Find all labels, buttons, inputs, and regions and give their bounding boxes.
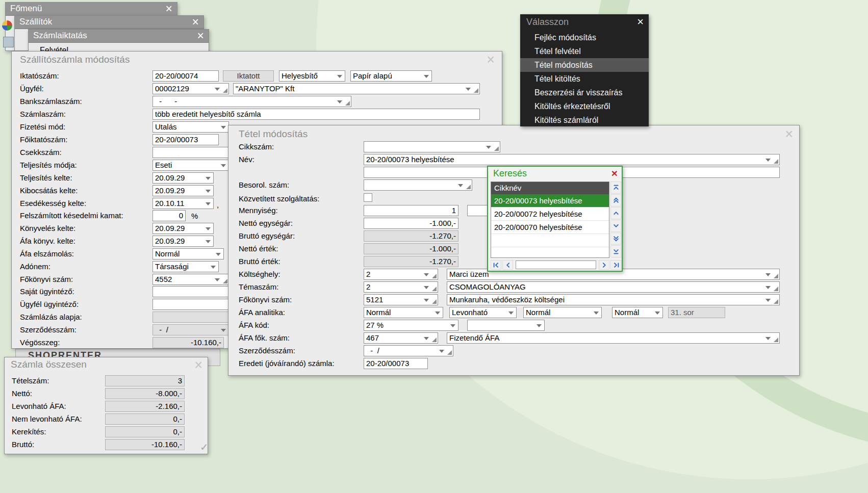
desktop: Főmenü × Szállítók × Számlaiktatás × Fel… xyxy=(0,0,868,493)
page-down-button[interactable] xyxy=(610,232,621,245)
field-kerekites: 0,- xyxy=(105,426,185,437)
tetel-field-cikkszam-dropdown[interactable] xyxy=(364,141,500,152)
tetel-field-temaszam-nev-dropdown[interactable]: CSOMAGOLÓANYAG xyxy=(447,281,780,293)
kereses-column-header[interactable]: Cikknév xyxy=(491,182,609,194)
page-up-button[interactable] xyxy=(610,194,621,206)
field-konyveles-kelte-dropdown[interactable]: 20.09.29 xyxy=(152,223,214,234)
label-szerzodesszam: Szerződésszám: xyxy=(20,325,76,334)
field-szamlaszam[interactable]: több eredetit helyesbítő számla xyxy=(152,109,480,120)
szallitok-close-icon[interactable]: × xyxy=(192,15,199,29)
menu-item-fejlec-modositas[interactable]: Fejléc módosítás xyxy=(520,31,649,44)
pager-position-track[interactable] xyxy=(516,261,596,269)
tetel-afa-kod-dropdown[interactable]: 27 % xyxy=(364,320,458,331)
kereses-row-2[interactable]: 20-20/00070 helyesbítése xyxy=(491,221,609,234)
tetel-checkbox-kozvetitett[interactable] xyxy=(364,193,372,202)
tetel-close-icon[interactable]: × xyxy=(785,128,793,140)
menu-item-beszerzesi-ar-visszairas[interactable]: Beszerzési ár visszaírás xyxy=(520,86,649,99)
tetel-afa-kod-2-dropdown[interactable] xyxy=(467,320,545,331)
tetel-field-besorol-szam-dropdown[interactable] xyxy=(364,179,472,191)
tetel-field-fokonyvi-kod-dropdown[interactable]: 5121 xyxy=(364,294,438,305)
kereses-close-icon[interactable]: × xyxy=(611,167,618,179)
kereses-row-0[interactable]: 20-20/00073 helyesbítése xyxy=(491,194,609,207)
label-nem-levonhato-afa: Nem levonható ÁFA: xyxy=(12,414,82,423)
prev-page-button[interactable] xyxy=(502,260,513,270)
szamlaiktatas-title: Számlaiktatás xyxy=(33,31,87,41)
tetel-field-koltseghely-kod-dropdown[interactable]: 2 xyxy=(364,269,438,280)
row-down-button[interactable] xyxy=(610,220,621,232)
field-kibocsatas-kelte-dropdown[interactable]: 20.09.29 xyxy=(152,185,214,196)
field-ugyfel-ugyintezo[interactable] xyxy=(152,299,229,310)
tetel-field-fokonyvi-nev-dropdown[interactable]: Munkaruha, védőeszköz költségei xyxy=(447,294,780,305)
scroll-first-button[interactable] xyxy=(610,181,621,194)
szamlaiktatas-titlebar[interactable]: Számlaiktatás × xyxy=(29,30,209,43)
main-close-icon[interactable]: × xyxy=(487,54,495,66)
field-csekkszam[interactable] xyxy=(152,147,229,158)
kereses-row-1[interactable]: 20-20/00072 helyesbítése xyxy=(491,207,609,221)
last-page-button[interactable] xyxy=(610,260,621,270)
tetel-field-netto-egysegar[interactable]: -1.000,- xyxy=(364,218,458,229)
menu-item-tetel-felvetel[interactable]: Tétel felvétel xyxy=(520,44,649,58)
field-afa-elszamolas-dropdown[interactable]: Normál xyxy=(152,248,224,260)
next-page-button[interactable] xyxy=(599,260,609,270)
szallitok-titlebar[interactable]: Szállítók × xyxy=(15,16,203,29)
field-adonem-dropdown[interactable]: Társasági xyxy=(152,261,219,272)
field-afa-konyv-kelte-dropdown[interactable]: 20.09.29 xyxy=(152,236,214,247)
szamla-alap-dropdown[interactable]: Papír alapú xyxy=(350,70,432,82)
tetel-field-afa-fok-kod-dropdown[interactable]: 467 xyxy=(364,332,438,344)
tetel-field-mennyiseg[interactable]: 1 xyxy=(364,205,458,216)
tetel-afa-analitika-2-dropdown[interactable]: Levonható xyxy=(449,307,517,318)
menu-item-kitoltes-szamlarol[interactable]: Kitöltés számláról xyxy=(520,113,649,127)
scroll-first-icon xyxy=(612,184,620,191)
scroll-last-button[interactable] xyxy=(610,245,621,257)
confirm-check-icon[interactable]: ✓ xyxy=(200,441,209,453)
field-teljesites-kelte-dropdown[interactable]: 20.09.29 xyxy=(152,172,214,184)
field-ugyfel-nev-dropdown[interactable]: "ARANYTOP" Kft xyxy=(233,83,480,94)
kereses-row-4[interactable] xyxy=(491,247,609,261)
field-fizetesi-mod-dropdown[interactable]: Utalás xyxy=(152,121,229,133)
osszesen-close-icon[interactable]: × xyxy=(194,359,202,371)
field-bankszamlaszam-dropdown[interactable]: - - xyxy=(152,96,351,107)
field-foiktatoszam[interactable]: 20-20/00073 xyxy=(152,134,219,145)
tetel-field-nev-dropdown[interactable]: 20-20/00073 helyesbítése xyxy=(364,154,780,165)
tetel-afa-analitika-3-dropdown[interactable]: Normál xyxy=(523,307,602,318)
label-koltseghely: Költséghely: xyxy=(239,270,280,278)
field-vegosszeg: -10.160,- xyxy=(152,337,224,348)
menu-item-tetel-modositas[interactable]: Tétel módosítás xyxy=(520,58,649,72)
window-valasszon: Válasszon × Fejléc módosítás Tétel felvé… xyxy=(520,14,649,126)
field-esedekesseg-kelte-dropdown[interactable]: 20.10.11 xyxy=(152,198,214,209)
field-teljesites-modja-dropdown[interactable]: Eseti xyxy=(152,160,229,171)
tetel-afa-analitika-4-dropdown[interactable]: Normál xyxy=(612,307,663,318)
szamla-tipus-dropdown[interactable]: Helyesbítő xyxy=(279,70,345,82)
tetel-afa-analitika-1-dropdown[interactable]: Normál xyxy=(364,307,443,318)
field-szerzodesszam-dropdown: - / xyxy=(152,324,229,335)
menu-item-kitoltes-erkeztetesrol[interactable]: Kitöltés érkeztetésről xyxy=(520,99,649,113)
field-ugyfel-kod-dropdown[interactable]: 00002129 xyxy=(152,83,229,94)
tetel-field-szerzodesszam-dropdown[interactable]: - / xyxy=(364,345,453,356)
label-tetelszam: Tételszám: xyxy=(12,376,49,385)
field-kesedelmi-kamat[interactable]: 0 xyxy=(152,210,186,221)
menu-item-tetel-kitoltes[interactable]: Tétel kitöltés xyxy=(520,72,649,86)
field-nem-levonhato-afa: 0,- xyxy=(105,413,185,425)
page-down-icon xyxy=(612,235,620,242)
szamlaiktatas-close-icon[interactable]: × xyxy=(197,29,204,42)
page-up-icon xyxy=(612,197,620,204)
label-mennyiseg: Mennyiség: xyxy=(239,206,278,215)
fomenu-titlebar[interactable]: Főmenü × xyxy=(6,3,177,16)
tetel-field-afa-sor: 31. sor xyxy=(668,307,725,318)
field-fokonyvi-szam-dropdown[interactable]: 4552 xyxy=(152,274,229,285)
row-up-button[interactable] xyxy=(610,207,621,219)
tetel-field-afa-fok-nev-dropdown[interactable]: Fizetendő ÁFA xyxy=(447,332,780,344)
field-sajat-ugyintezo[interactable] xyxy=(152,286,229,297)
colorful-app-icon[interactable] xyxy=(2,20,12,31)
fomenu-close-icon[interactable]: × xyxy=(166,2,172,15)
gray-app-icon[interactable] xyxy=(3,37,14,47)
label-brutto-ertek: Bruttó érték: xyxy=(239,257,280,266)
valasszon-title: Válasszon xyxy=(526,17,569,28)
first-page-button[interactable] xyxy=(491,260,501,270)
kereses-scroll-column xyxy=(610,181,621,258)
tetel-field-temaszam-kod-dropdown[interactable]: 2 xyxy=(364,281,438,293)
kereses-row-3[interactable] xyxy=(491,234,609,247)
valasszon-close-icon[interactable]: × xyxy=(637,15,644,29)
tetel-field-eredeti-szamla[interactable]: 20-20/00073 xyxy=(364,358,428,369)
field-iktatoszam[interactable]: 20-20/00074 xyxy=(152,70,219,82)
